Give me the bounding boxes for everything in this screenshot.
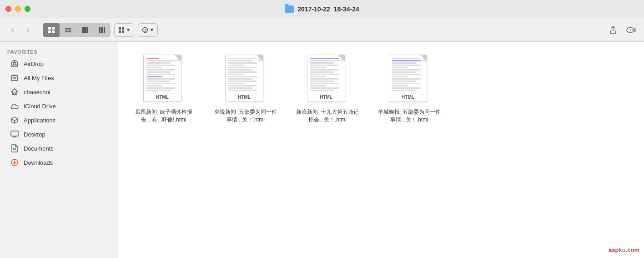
svg-rect-16 — [122, 30, 124, 33]
file-item[interactable]: HTML 新浪新闻_十九大第五场记招会...关！.html — [291, 51, 364, 127]
file-icon: HTML — [307, 55, 348, 105]
file-icon: HTML — [225, 55, 266, 105]
file-name: 新浪新闻_十九大第五场记招会...关！.html — [295, 108, 360, 124]
sidebar-item-all-my-files[interactable]: All My Files — [3, 71, 115, 85]
nav-buttons: ‹ › — [5, 23, 35, 37]
airdrop-icon — [10, 59, 19, 68]
sidebar-item-chasechoi[interactable]: chasechoi — [3, 85, 115, 99]
desktop-icon — [10, 130, 19, 139]
file-item[interactable]: HTML 羊城晚报_五部委为同一件事情...关！.html — [373, 51, 446, 127]
sidebar-label-applications: Applications — [24, 117, 55, 124]
applications-icon — [10, 116, 19, 125]
file-name: 凤凰新闻_妹子晒体检报告，有...吓傻!.html — [131, 108, 196, 124]
svg-rect-25 — [11, 76, 18, 81]
file-name: 羊城晚报_五部委为同一件事情...关！.html — [377, 108, 442, 124]
folder-icon — [285, 5, 294, 13]
file-area: HTML 凤凰新闻_妹子晒体检报告，有...吓傻!.html — [118, 42, 644, 258]
svg-rect-1 — [52, 27, 55, 30]
svg-rect-8 — [84, 27, 86, 33]
share-button[interactable] — [606, 23, 620, 37]
sidebar-label-downloads: Downloads — [24, 159, 53, 166]
downloads-icon — [10, 158, 19, 167]
sidebar-label-desktop: Desktop — [24, 131, 45, 138]
sidebar-label-airdrop: AirDrop — [24, 61, 44, 67]
svg-rect-5 — [65, 30, 71, 30]
toolbar: ‹ › — [0, 18, 644, 42]
sidebar-label-chasechoi: chasechoi — [24, 89, 50, 96]
svg-rect-3 — [52, 30, 55, 33]
close-button[interactable] — [5, 6, 11, 12]
sidebar-item-downloads[interactable]: Downloads — [3, 156, 115, 169]
icloud-icon — [10, 101, 19, 111]
sidebar-item-desktop[interactable]: Desktop — [3, 127, 115, 141]
sidebar-item-applications[interactable]: Applications — [3, 113, 115, 127]
svg-point-21 — [633, 28, 636, 32]
minimize-button[interactable] — [15, 6, 21, 12]
svg-rect-12 — [104, 27, 105, 33]
sidebar-label-all-my-files: All My Files — [24, 75, 54, 81]
file-item[interactable]: HTML 凤凰新闻_妹子晒体检报告，有...吓傻!.html — [127, 51, 200, 127]
home-icon — [10, 87, 19, 96]
toolbar-right — [606, 23, 639, 37]
svg-rect-6 — [65, 31, 71, 32]
main-area: Favorites AirDrop A — [0, 42, 644, 258]
svg-point-19 — [145, 30, 146, 31]
window-title: 2017-10-22_18-34-24 — [297, 5, 359, 13]
svg-point-23 — [13, 62, 16, 65]
svg-rect-10 — [99, 27, 100, 33]
title-center: 2017-10-22_18-34-24 — [285, 5, 359, 13]
svg-rect-4 — [65, 28, 71, 29]
view-icon-button[interactable] — [43, 23, 60, 37]
title-bar: 2017-10-22_18-34-24 — [0, 0, 644, 18]
tag-button[interactable] — [624, 23, 639, 37]
svg-rect-7 — [82, 27, 84, 33]
forward-button[interactable]: › — [21, 23, 35, 37]
svg-rect-9 — [86, 27, 88, 33]
svg-rect-30 — [11, 131, 18, 136]
sidebar-label-icloud: iCloud Drive — [24, 103, 56, 110]
svg-rect-11 — [101, 27, 103, 33]
sidebar-item-documents[interactable]: Documents — [3, 142, 115, 155]
documents-icon — [10, 144, 19, 153]
svg-rect-2 — [48, 30, 51, 33]
file-name: 央视新闻_五部委为同一件事情...关！.html — [213, 108, 278, 124]
maximize-button[interactable] — [25, 6, 30, 12]
all-files-icon — [10, 73, 19, 82]
sidebar-label-documents: Documents — [24, 145, 54, 152]
view-list-button[interactable] — [60, 23, 76, 37]
arrange-button[interactable] — [114, 23, 134, 37]
svg-rect-14 — [122, 27, 124, 30]
view-group — [43, 23, 111, 37]
action-button[interactable] — [138, 23, 158, 37]
traffic-lights — [5, 6, 30, 12]
file-icon: HTML — [143, 55, 184, 105]
view-column-button[interactable] — [77, 23, 93, 37]
view-cover-button[interactable] — [94, 23, 110, 37]
file-icon: HTML — [389, 55, 430, 105]
sidebar: Favorites AirDrop A — [0, 42, 118, 258]
back-button[interactable]: ‹ — [5, 23, 20, 37]
sidebar-item-icloud[interactable]: iCloud Drive — [3, 99, 115, 113]
sidebar-item-airdrop[interactable]: AirDrop — [3, 57, 115, 71]
svg-rect-13 — [119, 27, 121, 30]
svg-rect-0 — [48, 27, 51, 30]
file-item[interactable]: HTML 央视新闻_五部委为同一件事情...关！.html — [209, 51, 282, 127]
sidebar-section-header: Favorites — [0, 47, 118, 56]
svg-rect-15 — [119, 30, 121, 33]
